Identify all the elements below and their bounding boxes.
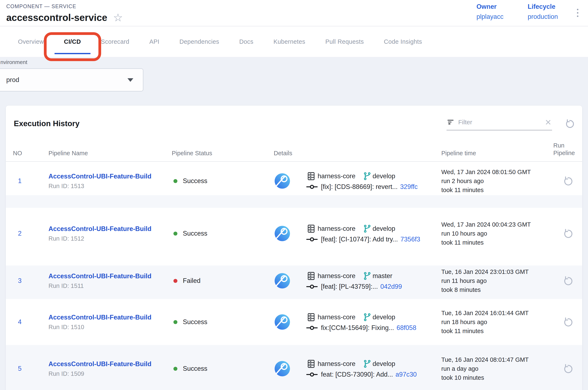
- commit-line: [feat]: [PL-43759]:... 042d99: [306, 283, 402, 291]
- repository-icon: [306, 271, 316, 281]
- repository-icon: [306, 224, 316, 234]
- tab-docs[interactable]: Docs: [229, 26, 264, 57]
- pipeline-name-cell: AccessControl-UBI-Feature-Build Run ID: …: [48, 225, 172, 242]
- repo-name: harness-core: [318, 313, 355, 321]
- more-options-kebab-icon[interactable]: [576, 7, 580, 18]
- harness-pipeline-icon[interactable]: [274, 272, 291, 289]
- lifecycle-label: Lifecycle: [528, 3, 558, 10]
- col-header-pipeline-status: Pipeline Status: [172, 150, 274, 157]
- entity-header-meta: Owner plplayacc Lifecycle production: [476, 0, 580, 26]
- col-header-pipeline-name: Pipeline Name: [48, 150, 172, 157]
- details-cell: harness-core develop fix:[CCM-15649]: Fi…: [274, 312, 441, 332]
- git-branch-icon: [362, 271, 372, 281]
- harness-pipeline-icon[interactable]: [274, 225, 291, 242]
- commit-line: [feat]: [CI-10747]: Add try... 7356f3: [306, 236, 420, 243]
- commit-hash-link[interactable]: 68f058: [397, 324, 416, 332]
- harness-pipeline-icon[interactable]: [274, 360, 291, 377]
- lifecycle-value: production: [528, 13, 558, 20]
- commit-line: fix:[CCM-15649]: Fixing... 68f058: [306, 324, 416, 332]
- run-id: Run ID: 1509: [48, 370, 172, 377]
- status-label: Success: [183, 177, 207, 185]
- commit-hash-link[interactable]: 329ffc: [400, 183, 418, 191]
- tab-dependencies[interactable]: Dependencies: [169, 26, 229, 57]
- git-branch-icon: [362, 359, 372, 368]
- tab-kubernetes[interactable]: Kubernetes: [264, 26, 315, 57]
- owner-block: Owner plplayacc: [476, 3, 504, 20]
- commit-line: feat: [CDS-73090]: Add... a97c30: [306, 371, 417, 378]
- time-duration: took 8 minutes: [441, 285, 553, 294]
- execution-history-card: Execution History × NO Pipeline Name: [6, 106, 582, 390]
- branch-name: develop: [373, 225, 395, 233]
- commit-hash-link[interactable]: a97c30: [395, 371, 417, 378]
- run-pipeline-button[interactable]: [562, 228, 573, 239]
- tab-overview[interactable]: Overview: [8, 26, 54, 57]
- details-cell: harness-core develop [feat]: [CI-10747]:…: [274, 224, 441, 243]
- filter-input[interactable]: [458, 119, 541, 126]
- pipeline-time-cell: Wed, 17 Jan 2024 00:04:23 GMT run 10 hou…: [441, 220, 553, 247]
- pipeline-name-link[interactable]: AccessControl-UBI-Feature-Build: [48, 225, 152, 233]
- details-lines: harness-core develop feat: [CDS-73090]: …: [306, 359, 417, 378]
- table-row: 2 AccessControl-UBI-Feature-Build Run ID…: [6, 208, 582, 265]
- time-duration: took 11 minutes: [441, 186, 553, 195]
- time-absolute: Tue, 16 Jan 2024 08:01:47 GMT: [441, 355, 553, 364]
- pipeline-name-cell: AccessControl-UBI-Feature-Build Run ID: …: [48, 360, 172, 377]
- run-id: Run ID: 1512: [48, 235, 172, 242]
- branch-name: master: [373, 272, 392, 280]
- pipeline-time-cell: Tue, 16 Jan 2024 08:01:47 GMT run a day …: [441, 355, 553, 382]
- harness-pipeline-icon[interactable]: [274, 313, 291, 331]
- owner-label: Owner: [476, 3, 504, 10]
- tab-pull-requests[interactable]: Pull Requests: [315, 26, 374, 57]
- pipeline-name-link[interactable]: AccessControl-UBI-Feature-Build: [48, 360, 152, 368]
- pipeline-name-link[interactable]: AccessControl-UBI-Feature-Build: [48, 314, 152, 321]
- run-pipeline-icon: [562, 275, 573, 286]
- commit-hash-link[interactable]: 7356f3: [400, 236, 420, 243]
- details-cell: harness-core master [feat]: [PL-43759]:.…: [274, 271, 441, 291]
- tab-api[interactable]: API: [139, 26, 169, 57]
- tab-code-insights[interactable]: Code Insights: [374, 26, 432, 57]
- status-dot: [173, 232, 177, 236]
- col-header-details: Details: [274, 150, 441, 157]
- owner-value-link[interactable]: plplayacc: [476, 13, 504, 20]
- git-branch-icon: [362, 172, 372, 181]
- repo-branch-line: harness-core develop: [306, 224, 420, 234]
- status-cell: Success: [172, 318, 274, 326]
- details-cell: harness-core develop feat: [CDS-73090]: …: [274, 359, 441, 378]
- pipeline-name-link[interactable]: AccessControl-UBI-Feature-Build: [48, 173, 152, 180]
- run-pipeline-button[interactable]: [562, 275, 573, 286]
- environment-select[interactable]: prod: [0, 68, 143, 92]
- table-header-row: NO Pipeline Name Pipeline Status Details…: [6, 137, 582, 162]
- status-dot: [173, 279, 177, 283]
- pipeline-name-link[interactable]: AccessControl-UBI-Feature-Build: [48, 272, 152, 280]
- status-label: Success: [183, 230, 207, 237]
- repo-name: harness-core: [318, 172, 355, 180]
- row-number: 1: [13, 177, 48, 185]
- refresh-button[interactable]: [564, 118, 575, 129]
- run-pipeline-cell: [553, 363, 582, 374]
- chevron-down-icon: [127, 78, 133, 82]
- col-header-run-pipeline: Run Pipeline: [553, 142, 582, 157]
- details-lines: harness-core develop fix:[CCM-15649]: Fi…: [306, 312, 416, 332]
- repo-name: harness-core: [318, 360, 355, 368]
- repository-icon: [306, 359, 316, 369]
- git-commit-icon: [306, 325, 318, 331]
- time-absolute: Wed, 17 Jan 2024 00:04:23 GMT: [441, 220, 553, 229]
- filter-area: ×: [447, 117, 575, 130]
- run-pipeline-button[interactable]: [562, 363, 573, 374]
- tab-scorecard[interactable]: Scorecard: [91, 26, 139, 57]
- harness-pipeline-icon[interactable]: [274, 172, 291, 190]
- active-tab-underline: [55, 53, 90, 54]
- clear-filter-icon[interactable]: ×: [545, 117, 551, 127]
- row-number: 5: [13, 365, 48, 372]
- table-row: 3 AccessControl-UBI-Feature-Build Run ID…: [6, 265, 582, 299]
- details-lines: harness-core develop [feat]: [CI-10747]:…: [306, 224, 420, 243]
- repo-branch-line: harness-core master: [306, 271, 402, 281]
- commit-hash-link[interactable]: 042d99: [380, 283, 402, 291]
- favorite-star-icon[interactable]: ☆: [113, 12, 123, 23]
- run-pipeline-button[interactable]: [562, 176, 573, 187]
- status-label: Success: [183, 365, 207, 372]
- repo-name: harness-core: [318, 272, 355, 280]
- branch-name: develop: [373, 313, 395, 321]
- status-cell: Success: [172, 365, 274, 372]
- run-pipeline-button[interactable]: [562, 317, 573, 327]
- tab-cicd[interactable]: CI/CD: [54, 26, 91, 57]
